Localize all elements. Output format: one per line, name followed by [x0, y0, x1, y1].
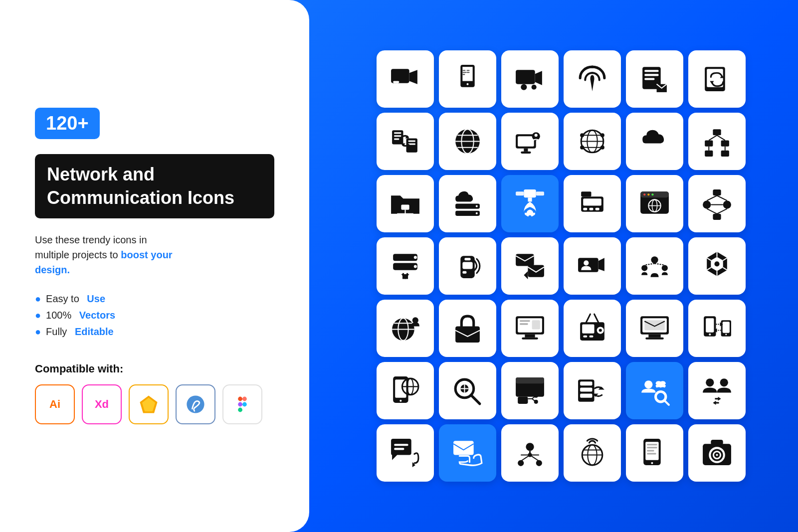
svg-rect-47 [524, 149, 528, 152]
svg-point-7 [242, 402, 247, 407]
icon-cell-radio-device [564, 300, 621, 357]
app-icon-figma[interactable] [222, 384, 262, 424]
svg-rect-144 [520, 320, 530, 322]
icon-cell-network-person [501, 424, 559, 482]
icon-cell-network-hierarchy [688, 113, 746, 170]
svg-point-2 [187, 396, 204, 413]
svg-point-193 [644, 380, 652, 388]
svg-marker-197 [718, 397, 721, 401]
svg-rect-142 [525, 335, 535, 338]
svg-rect-181 [518, 397, 528, 404]
svg-point-170 [399, 400, 401, 402]
svg-rect-10 [393, 81, 399, 83]
app-icon-procreate[interactable] [176, 384, 215, 424]
svg-rect-96 [713, 189, 721, 195]
svg-point-184 [534, 394, 538, 398]
svg-point-98 [723, 200, 731, 208]
svg-rect-99 [713, 214, 721, 220]
svg-rect-36 [408, 140, 415, 142]
app-icon-xd[interactable]: Xd [82, 384, 122, 424]
svg-point-150 [599, 329, 602, 332]
svg-rect-32 [394, 132, 401, 134]
svg-rect-200 [394, 448, 404, 450]
svg-rect-226 [711, 440, 723, 445]
svg-line-175 [472, 396, 480, 404]
icon-cell-globe-person [377, 300, 434, 357]
icon-cell-location-wifi [564, 50, 621, 108]
svg-rect-180 [516, 377, 544, 383]
svg-point-195 [706, 378, 714, 386]
svg-point-58 [600, 133, 604, 137]
icon-cell-fax-machine [564, 175, 621, 232]
svg-rect-62 [705, 140, 713, 146]
app-icon-illustrator[interactable]: Ai [35, 384, 75, 424]
svg-rect-111 [462, 262, 472, 269]
svg-marker-9 [409, 70, 417, 84]
svg-rect-63 [721, 140, 729, 146]
svg-rect-86 [596, 208, 599, 210]
svg-rect-48 [521, 152, 531, 154]
svg-point-119 [584, 260, 589, 265]
svg-point-74 [476, 205, 478, 207]
icon-cell-lock-email [439, 300, 496, 357]
svg-marker-118 [598, 258, 604, 271]
title-text: Network andCommunication Icons [47, 164, 234, 208]
icon-cell-hex-network [688, 237, 746, 295]
icon-cell-download-server [377, 237, 434, 295]
svg-rect-8 [391, 69, 409, 83]
svg-point-121 [641, 265, 647, 271]
icon-cell-group-network [626, 237, 683, 295]
svg-rect-34 [394, 138, 399, 140]
svg-point-162 [709, 334, 711, 336]
svg-line-103 [717, 209, 727, 214]
icon-grid [377, 50, 746, 482]
svg-rect-46 [518, 136, 534, 146]
svg-point-92 [651, 193, 653, 195]
svg-rect-202 [453, 441, 474, 455]
icon-cell-mail-delivery [501, 237, 559, 295]
svg-marker-109 [401, 274, 409, 279]
icon-cell-server-transfer [564, 362, 621, 419]
svg-point-122 [662, 265, 668, 271]
svg-rect-143 [522, 338, 538, 340]
svg-point-79 [528, 215, 531, 218]
svg-rect-220 [647, 450, 654, 451]
svg-line-102 [707, 209, 717, 214]
svg-point-91 [647, 193, 649, 195]
svg-rect-221 [647, 453, 656, 455]
svg-point-50 [535, 134, 538, 137]
svg-rect-115 [528, 265, 544, 277]
svg-rect-78 [528, 197, 532, 201]
svg-rect-6 [238, 408, 242, 412]
svg-point-57 [580, 133, 584, 137]
svg-rect-19 [516, 70, 535, 84]
svg-rect-169 [395, 379, 406, 398]
icon-cell-mail-hand [439, 424, 496, 482]
svg-rect-5 [238, 402, 242, 407]
icon-cell-globe-wireless [564, 424, 621, 482]
svg-rect-107 [393, 263, 417, 270]
svg-point-76 [476, 212, 478, 214]
svg-rect-4 [242, 397, 247, 401]
svg-rect-15 [462, 72, 466, 73]
svg-point-56 [600, 146, 604, 150]
svg-line-154 [595, 314, 598, 322]
svg-rect-164 [723, 322, 730, 333]
svg-rect-113 [462, 271, 466, 274]
title-box: Network andCommunication Icons [35, 154, 274, 219]
icon-cell-folder-network [377, 175, 434, 232]
icon-cell-person-monitor [501, 113, 559, 170]
icon-cell-globe-network [439, 113, 496, 170]
svg-rect-188 [580, 381, 592, 385]
svg-line-124 [655, 263, 665, 265]
svg-rect-157 [648, 335, 660, 338]
svg-rect-112 [464, 258, 470, 260]
icon-cell-email-computer [626, 300, 683, 357]
app-icon-sketch[interactable] [129, 384, 169, 424]
svg-rect-83 [583, 198, 601, 205]
svg-line-101 [717, 195, 727, 200]
svg-point-225 [716, 454, 718, 456]
svg-rect-80 [516, 191, 524, 195]
icon-cell-mobile-document [626, 424, 683, 482]
svg-point-209 [536, 460, 542, 466]
